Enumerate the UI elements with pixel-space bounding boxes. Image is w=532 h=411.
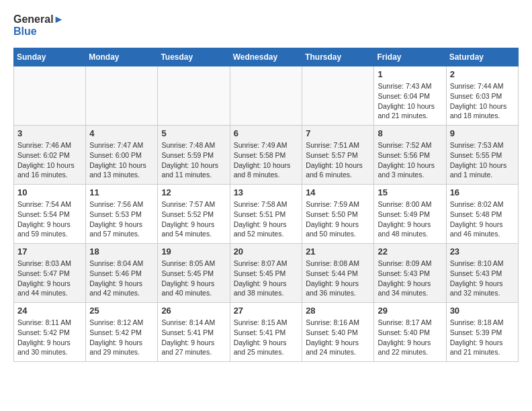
week-row-4: 17Sunrise: 8:03 AM Sunset: 5:47 PM Dayli… [14,244,519,303]
day-number: 25 [89,306,154,316]
calendar-cell: 6Sunrise: 7:49 AM Sunset: 5:58 PM Daylig… [230,126,302,185]
day-info: Sunrise: 7:54 AM Sunset: 5:54 PM Dayligh… [17,199,82,239]
day-number: 23 [450,246,515,257]
weekday-header-tuesday: Tuesday [158,48,230,66]
calendar-cell: 10Sunrise: 7:54 AM Sunset: 5:54 PM Dayli… [14,185,86,244]
day-number: 17 [17,246,82,257]
calendar-cell: 20Sunrise: 8:07 AM Sunset: 5:45 PM Dayli… [230,244,302,303]
day-number: 27 [234,306,299,316]
calendar-cell [86,66,158,126]
calendar-cell [14,66,86,126]
weekday-header-thursday: Thursday [302,48,374,66]
calendar-cell: 12Sunrise: 7:57 AM Sunset: 5:52 PM Dayli… [158,185,230,244]
day-info: Sunrise: 8:17 AM Sunset: 5:40 PM Dayligh… [378,318,442,357]
calendar-cell: 5Sunrise: 7:48 AM Sunset: 5:59 PM Daylig… [158,126,230,185]
day-info: Sunrise: 7:56 AM Sunset: 5:53 PM Dayligh… [89,199,154,239]
calendar-cell: 16Sunrise: 8:02 AM Sunset: 5:48 PM Dayli… [446,185,518,244]
day-number: 15 [378,187,442,197]
weekday-header-wednesday: Wednesday [230,48,302,66]
day-info: Sunrise: 7:58 AM Sunset: 5:51 PM Dayligh… [234,199,299,239]
day-info: Sunrise: 7:46 AM Sunset: 6:02 PM Dayligh… [17,140,82,180]
calendar-cell: 14Sunrise: 7:59 AM Sunset: 5:50 PM Dayli… [302,185,374,244]
weekday-header-row: SundayMondayTuesdayWednesdayThursdayFrid… [14,48,519,66]
day-number: 22 [378,246,442,257]
day-number: 1 [378,69,442,79]
calendar-cell: 13Sunrise: 7:58 AM Sunset: 5:51 PM Dayli… [230,185,302,244]
day-info: Sunrise: 8:05 AM Sunset: 5:45 PM Dayligh… [161,259,226,298]
day-info: Sunrise: 7:43 AM Sunset: 6:04 PM Dayligh… [378,81,442,121]
day-number: 11 [89,187,154,197]
day-number: 9 [450,128,515,138]
calendar-cell: 17Sunrise: 8:03 AM Sunset: 5:47 PM Dayli… [14,244,86,303]
calendar-body: 1Sunrise: 7:43 AM Sunset: 6:04 PM Daylig… [14,66,519,362]
day-number: 28 [306,306,370,316]
day-number: 14 [306,187,370,197]
day-info: Sunrise: 8:02 AM Sunset: 5:48 PM Dayligh… [450,199,515,239]
day-number: 29 [378,306,442,316]
weekday-header-sunday: Sunday [14,48,86,66]
weekday-header-friday: Friday [374,48,446,66]
day-info: Sunrise: 8:11 AM Sunset: 5:42 PM Dayligh… [17,318,82,357]
calendar-cell: 7Sunrise: 7:51 AM Sunset: 5:57 PM Daylig… [302,126,374,185]
day-info: Sunrise: 8:10 AM Sunset: 5:43 PM Dayligh… [450,259,515,298]
day-number: 30 [450,306,515,316]
day-info: Sunrise: 7:59 AM Sunset: 5:50 PM Dayligh… [306,199,370,239]
calendar-cell: 28Sunrise: 8:16 AM Sunset: 5:40 PM Dayli… [302,303,374,362]
calendar-cell: 2Sunrise: 7:44 AM Sunset: 6:03 PM Daylig… [446,66,518,126]
calendar-cell: 24Sunrise: 8:11 AM Sunset: 5:42 PM Dayli… [14,303,86,362]
day-number: 19 [161,246,226,257]
day-info: Sunrise: 7:44 AM Sunset: 6:03 PM Dayligh… [450,81,515,121]
day-number: 10 [17,187,82,197]
day-number: 4 [89,128,154,138]
day-number: 7 [306,128,370,138]
day-number: 18 [89,246,154,257]
day-info: Sunrise: 8:18 AM Sunset: 5:39 PM Dayligh… [450,318,515,357]
calendar-cell: 19Sunrise: 8:05 AM Sunset: 5:45 PM Dayli… [158,244,230,303]
calendar-cell: 15Sunrise: 8:00 AM Sunset: 5:49 PM Dayli… [374,185,446,244]
calendar-cell: 1Sunrise: 7:43 AM Sunset: 6:04 PM Daylig… [374,66,446,126]
day-info: Sunrise: 8:00 AM Sunset: 5:49 PM Dayligh… [378,199,442,239]
day-number: 3 [17,128,82,138]
day-info: Sunrise: 8:15 AM Sunset: 5:41 PM Dayligh… [234,318,299,357]
calendar-cell: 26Sunrise: 8:14 AM Sunset: 5:41 PM Dayli… [158,303,230,362]
page-header: General► Blue [13,13,519,37]
calendar-cell [302,66,374,126]
week-row-3: 10Sunrise: 7:54 AM Sunset: 5:54 PM Dayli… [14,185,519,244]
day-number: 26 [161,306,226,316]
day-number: 5 [161,128,226,138]
calendar-cell: 30Sunrise: 8:18 AM Sunset: 5:39 PM Dayli… [446,303,518,362]
day-info: Sunrise: 7:47 AM Sunset: 6:00 PM Dayligh… [89,140,154,180]
calendar-cell: 18Sunrise: 8:04 AM Sunset: 5:46 PM Dayli… [86,244,158,303]
week-row-5: 24Sunrise: 8:11 AM Sunset: 5:42 PM Dayli… [14,303,519,362]
day-number: 13 [234,187,299,197]
day-info: Sunrise: 8:09 AM Sunset: 5:43 PM Dayligh… [378,259,442,298]
day-number: 12 [161,187,226,197]
calendar-table: SundayMondayTuesdayWednesdayThursdayFrid… [13,48,519,362]
day-number: 24 [17,306,82,316]
calendar-cell: 4Sunrise: 7:47 AM Sunset: 6:00 PM Daylig… [86,126,158,185]
day-number: 21 [306,246,370,257]
day-number: 16 [450,187,515,197]
day-info: Sunrise: 8:07 AM Sunset: 5:45 PM Dayligh… [234,259,299,298]
calendar-cell: 27Sunrise: 8:15 AM Sunset: 5:41 PM Dayli… [230,303,302,362]
calendar-cell [158,66,230,126]
day-info: Sunrise: 8:16 AM Sunset: 5:40 PM Dayligh… [306,318,370,357]
logo-text: General► Blue [13,13,64,37]
day-info: Sunrise: 8:12 AM Sunset: 5:42 PM Dayligh… [89,318,154,357]
weekday-header-saturday: Saturday [446,48,518,66]
calendar-cell: 23Sunrise: 8:10 AM Sunset: 5:43 PM Dayli… [446,244,518,303]
day-info: Sunrise: 8:03 AM Sunset: 5:47 PM Dayligh… [17,259,82,298]
week-row-1: 1Sunrise: 7:43 AM Sunset: 6:04 PM Daylig… [14,66,519,126]
week-row-2: 3Sunrise: 7:46 AM Sunset: 6:02 PM Daylig… [14,126,519,185]
day-number: 2 [450,69,515,79]
day-info: Sunrise: 7:51 AM Sunset: 5:57 PM Dayligh… [306,140,370,180]
calendar-cell: 21Sunrise: 8:08 AM Sunset: 5:44 PM Dayli… [302,244,374,303]
day-info: Sunrise: 7:52 AM Sunset: 5:56 PM Dayligh… [378,140,442,180]
day-info: Sunrise: 8:08 AM Sunset: 5:44 PM Dayligh… [306,259,370,298]
day-info: Sunrise: 7:49 AM Sunset: 5:58 PM Dayligh… [234,140,299,180]
calendar-cell: 11Sunrise: 7:56 AM Sunset: 5:53 PM Dayli… [86,185,158,244]
day-info: Sunrise: 7:48 AM Sunset: 5:59 PM Dayligh… [161,140,226,180]
day-number: 6 [234,128,299,138]
day-number: 8 [378,128,442,138]
calendar-cell: 25Sunrise: 8:12 AM Sunset: 5:42 PM Dayli… [86,303,158,362]
